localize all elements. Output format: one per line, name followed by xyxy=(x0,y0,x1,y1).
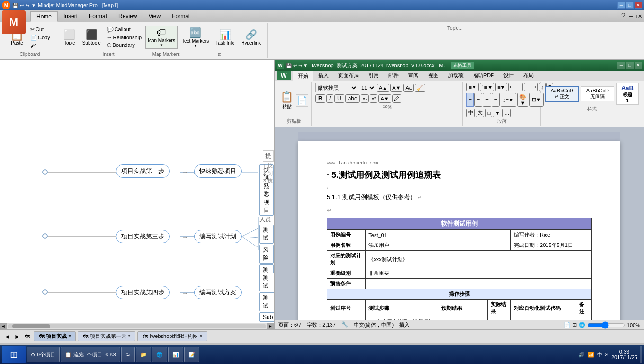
show-desktop-btn[interactable] xyxy=(640,346,642,363)
highlight-btn[interactable]: 🖊 xyxy=(392,94,401,103)
nav-forward[interactable]: ► xyxy=(14,333,21,340)
status-tab-project[interactable]: 🗺 项目实战 * xyxy=(34,331,76,341)
scroll-right[interactable]: ► xyxy=(267,323,274,329)
cjk-btn[interactable]: 中 xyxy=(466,109,475,117)
special4-btn[interactable]: ▼ xyxy=(493,109,501,117)
cut-button[interactable]: ✂Cut xyxy=(28,26,52,33)
style-heading1[interactable]: AaB 标题 1 xyxy=(616,83,639,105)
scroll-thumb[interactable] xyxy=(12,324,50,328)
zoom-slider[interactable] xyxy=(587,321,625,329)
horizontal-scrollbar[interactable]: ◄ ► xyxy=(0,323,274,329)
style-nospace[interactable]: AaBbCcD 无间隔 xyxy=(581,86,614,101)
word-paste-btn[interactable]: 📋 粘贴 xyxy=(279,90,294,111)
multilevel-list-btn[interactable]: ≡▼ xyxy=(495,83,507,91)
word-tab-layout[interactable]: 布局 xyxy=(519,71,538,81)
quick-redo[interactable]: ↪ xyxy=(26,3,29,8)
taskbar-item-3[interactable]: 🗂 xyxy=(121,347,135,362)
quick-more[interactable]: ▼ xyxy=(31,3,36,8)
bold-btn[interactable]: B xyxy=(315,94,325,103)
scroll-left[interactable]: ◄ xyxy=(0,323,7,329)
expand-icon[interactable]: ⊡ xyxy=(218,52,222,57)
task-info-button[interactable]: 📊 Task Info xyxy=(213,27,237,47)
font-case-btn[interactable]: Aa xyxy=(403,84,413,92)
start-button[interactable]: ⊞ xyxy=(2,346,26,363)
tray-icon-4[interactable]: S xyxy=(605,352,608,357)
tray-icon-2[interactable]: 📶 xyxy=(588,352,594,358)
align-left-btn[interactable]: ≡ xyxy=(466,93,473,107)
word-paste-special[interactable]: 📄 xyxy=(296,94,308,107)
quick-undo[interactable]: ↩ xyxy=(20,3,24,8)
right-item-risk[interactable]: 风险 xyxy=(259,245,274,264)
subscript-btn[interactable]: x₂ xyxy=(361,94,369,103)
word-tab-review[interactable]: 审阅 xyxy=(403,71,423,81)
word-doc-area[interactable]: www.tanzhouedu.com · 5.测试用例及测试用例追溯表 · 5.… xyxy=(275,127,644,320)
word-tab-view[interactable]: 视图 xyxy=(423,71,443,81)
align-center-btn[interactable]: ≡ xyxy=(474,93,482,107)
border-btn[interactable]: ⊞▼ xyxy=(529,93,544,107)
mindmap-canvas[interactable]: 项目实战第二步 → 快速熟悉项目 快速熟悉项目 项目实战第三步 → 编写测试计划… xyxy=(0,60,275,329)
tab-view[interactable]: View xyxy=(143,11,166,21)
style-normal[interactable]: AaBbCcD ↵ 正文 xyxy=(545,86,579,102)
status-tab-day1[interactable]: 🗺 项目实战第一天 * xyxy=(78,331,135,341)
word-tab-insert[interactable]: 插入 xyxy=(313,71,333,81)
ribbon-minimize-btn[interactable]: ─ xyxy=(629,13,633,19)
shading-btn[interactable]: 🎨▼ xyxy=(517,93,528,107)
justify-btn[interactable]: ≡ xyxy=(492,93,500,107)
word-tab-references[interactable]: 引用 xyxy=(364,71,384,81)
word-tab-mail[interactable]: 邮件 xyxy=(384,71,403,81)
scroll-track[interactable] xyxy=(8,324,266,328)
bullet-list-btn[interactable]: ≡▼ xyxy=(466,83,478,91)
node-testplan2[interactable]: 编写测试方案 xyxy=(194,286,242,299)
word-minimize[interactable]: ─ xyxy=(617,62,625,69)
tab-insert[interactable]: Insert xyxy=(58,11,83,21)
superscript-btn[interactable]: x² xyxy=(370,94,377,103)
text-markers-dropdown[interactable]: ▼ xyxy=(194,44,197,48)
node-familiar[interactable]: 快速熟悉项目 xyxy=(194,164,242,178)
subtopic-button[interactable]: ⬛ Subtopic xyxy=(80,27,103,47)
word-tab-home[interactable]: 开始 xyxy=(293,71,313,81)
help-icon[interactable]: ? xyxy=(621,12,626,20)
font-shrink-btn[interactable]: A▼ xyxy=(390,84,402,92)
minimize-button[interactable]: ─ xyxy=(617,2,625,9)
tab-format[interactable]: Format xyxy=(83,11,113,21)
right-item-test1[interactable]: 测试 xyxy=(259,225,274,244)
relationship-button[interactable]: ↔ Relationship xyxy=(105,34,144,41)
maximize-button[interactable]: □ xyxy=(626,2,634,9)
right-item-test3[interactable]: 测试 xyxy=(259,273,275,291)
taskbar-item-2[interactable]: 📋 流览_个项目_6 K8 xyxy=(61,347,120,362)
ribbon-close-btn[interactable]: ✕ xyxy=(638,13,642,19)
nav-back[interactable]: ◄ xyxy=(4,333,10,340)
font-name-select[interactable]: 微软推黑 xyxy=(315,83,358,92)
word-tab-page-layout[interactable]: 页面布局 xyxy=(333,71,364,81)
tray-icon-3[interactable]: 中 xyxy=(597,351,602,358)
align-right-btn[interactable]: ≡ xyxy=(483,93,491,107)
taskbar-item-5[interactable]: 🌐 xyxy=(152,347,167,362)
tray-icon-1[interactable]: 🔊 xyxy=(578,352,585,358)
word-tab-foxit[interactable]: 福昕PDF xyxy=(468,71,499,81)
close-button[interactable]: ✕ xyxy=(635,2,642,9)
indent-increase-btn[interactable]: ≡⟶ xyxy=(524,83,538,91)
subheading-text[interactable]: 5.1.1 测试用例模板（仅供参考） xyxy=(327,193,416,200)
view-fullscreen[interactable]: ⊡ xyxy=(572,322,577,328)
status-tab-org[interactable]: 🗺 Iwebshop组织结构图 * xyxy=(137,331,207,341)
node-step3[interactable]: 项目实战第三步 xyxy=(116,230,170,243)
tab-review[interactable]: Review xyxy=(113,11,143,21)
special5-btn[interactable]: … xyxy=(502,109,511,117)
text-markers-button[interactable]: 🔤 Text Markers ▼ xyxy=(179,26,211,49)
taskbar-item-4[interactable]: 📁 xyxy=(136,347,151,362)
word-home-btn[interactable]: W xyxy=(277,71,291,80)
icon-markers-button[interactable]: 🏷 Icon Markers ▼ xyxy=(145,26,178,49)
italic-btn[interactable]: I xyxy=(326,94,333,103)
copy-button[interactable]: 📄Copy xyxy=(28,34,52,41)
node-step2[interactable]: 项目实战第二步 xyxy=(116,164,170,178)
ribbon-restore-btn[interactable]: □ xyxy=(634,13,637,19)
font-color-btn[interactable]: A▼ xyxy=(378,94,391,103)
font-clear-btn[interactable]: 🧹 xyxy=(415,84,425,92)
word-restore[interactable]: □ xyxy=(626,62,634,69)
special3-btn[interactable]: □ xyxy=(485,109,492,117)
word-close[interactable]: ✕ xyxy=(635,62,642,69)
indent-decrease-btn[interactable]: ⟵≡ xyxy=(508,83,522,91)
right-item-sub[interactable]: Sub xyxy=(259,312,275,322)
font-grow-btn[interactable]: A▲ xyxy=(377,84,389,92)
right-item-test4[interactable]: 测试 xyxy=(259,292,275,311)
